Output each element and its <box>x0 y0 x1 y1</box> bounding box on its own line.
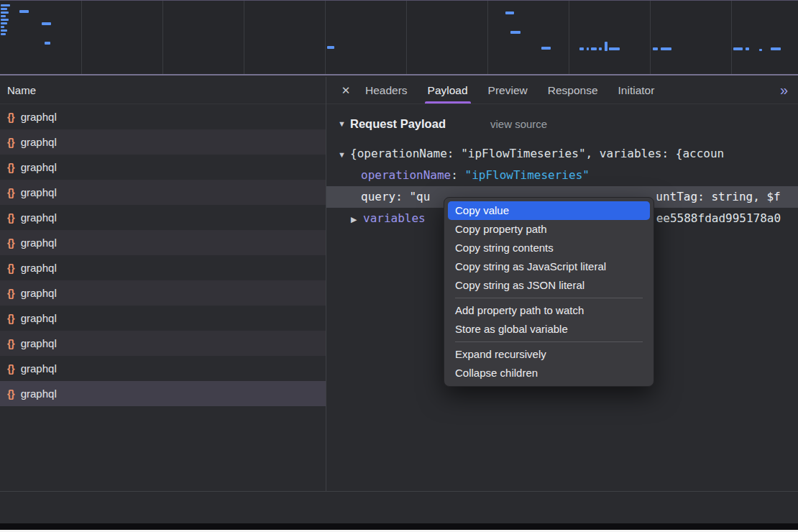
detail-tabbar: ✕ HeadersPayloadPreviewResponseInitiator… <box>326 77 798 104</box>
more-tabs-icon[interactable]: » <box>780 82 798 98</box>
context-menu: Copy valueCopy property pathCopy string … <box>444 197 654 387</box>
section-title: Request Payload <box>350 117 446 131</box>
request-row[interactable]: {}graphql <box>0 331 326 356</box>
request-name: graphql <box>21 237 57 249</box>
grid-line <box>162 1 163 74</box>
network-activity-bar <box>1 22 7 24</box>
request-name: graphql <box>21 337 57 349</box>
window-bottom-bar <box>0 523 798 530</box>
network-activity-bar <box>587 47 589 50</box>
expanded-arrow-icon[interactable]: ▼ <box>338 144 350 165</box>
payload-text: : <box>451 168 464 182</box>
request-row[interactable]: {}graphql <box>0 356 326 381</box>
request-name: graphql <box>21 186 57 198</box>
payload-text: {operationName: "ipFlowTimeseries", vari… <box>350 147 724 160</box>
menu-item[interactable]: Copy property path <box>448 220 650 239</box>
network-activity-bar <box>609 47 620 50</box>
request-row[interactable]: {}graphql <box>0 155 326 180</box>
json-icon: {} <box>7 161 14 173</box>
network-activity-bar <box>1 8 7 10</box>
network-activity-bar <box>1 33 6 35</box>
request-name: graphql <box>21 111 57 123</box>
requests-panel: Name {}graphql{}graphql{}graphql{}graphq… <box>0 77 326 491</box>
network-activity-bar <box>771 47 781 50</box>
tab-payload[interactable]: Payload <box>418 77 478 104</box>
request-name: graphql <box>21 362 57 375</box>
grid-line <box>244 1 244 74</box>
menu-item[interactable]: Store as global variable <box>448 320 650 339</box>
section-expand-icon[interactable]: ▼ <box>338 119 350 128</box>
json-icon: {} <box>7 337 14 349</box>
payload-text: untTag: string, $f <box>656 190 780 203</box>
menu-separator <box>455 298 643 298</box>
network-activity-bar <box>599 47 602 50</box>
request-row[interactable]: {}graphql <box>0 205 326 230</box>
network-activity-bar <box>605 42 607 51</box>
json-icon: {} <box>7 387 14 400</box>
network-activity-bar <box>541 47 551 50</box>
payload-text: ee5588fdad995178a0 <box>656 211 781 225</box>
json-icon: {} <box>7 262 14 274</box>
request-name: graphql <box>21 287 57 299</box>
request-payload-section-header: ▼ Request Payload view source <box>338 114 798 133</box>
grid-line <box>406 1 407 74</box>
network-activity-bar <box>510 31 520 34</box>
request-row[interactable]: {}graphql <box>0 306 326 331</box>
menu-item[interactable]: Add property path to watch <box>448 301 650 320</box>
request-row[interactable]: {}graphql <box>0 230 326 255</box>
request-row[interactable]: {}graphql <box>0 180 326 205</box>
close-icon[interactable]: ✕ <box>336 84 355 97</box>
tab-headers[interactable]: Headers <box>355 77 418 104</box>
payload-text: operationName <box>361 168 451 182</box>
payload-tree-row[interactable]: ▼{operationName: "ipFlowTimeseries", var… <box>326 143 798 165</box>
network-activity-bar <box>19 10 29 13</box>
menu-item[interactable]: Copy value <box>448 201 650 220</box>
tab-strip: HeadersPayloadPreviewResponseInitiator <box>355 77 664 104</box>
grid-line <box>731 1 732 74</box>
tab-initiator[interactable]: Initiator <box>608 77 665 104</box>
payload-text: query: "qu <box>361 190 430 203</box>
collapsed-arrow-icon[interactable]: ▶ <box>351 208 363 229</box>
request-row[interactable]: {}graphql <box>0 129 326 155</box>
name-column-header[interactable]: Name <box>0 77 326 104</box>
menu-item[interactable]: Expand recursively <box>448 345 650 364</box>
json-icon: {} <box>7 186 14 198</box>
request-name: graphql <box>21 312 57 324</box>
network-overview-timeline[interactable] <box>0 0 798 75</box>
grid-line <box>487 1 488 74</box>
request-row[interactable]: {}graphql <box>0 255 326 280</box>
menu-item[interactable]: Copy string as JavaScript literal <box>448 257 650 276</box>
payload-text: variables <box>363 211 426 225</box>
network-activity-bar <box>653 47 658 50</box>
network-activity-bar <box>1 29 7 32</box>
request-row[interactable]: {}graphql <box>0 280 326 306</box>
network-activity-bar <box>733 47 743 50</box>
json-icon: {} <box>7 111 14 123</box>
grid-line <box>81 1 82 74</box>
request-name: graphql <box>21 262 57 274</box>
payload-tree-row[interactable]: operationName: "ipFlowTimeseries" <box>326 165 798 186</box>
network-activity-bar <box>1 19 9 21</box>
grid-line <box>650 1 651 74</box>
network-activity-bar <box>327 46 334 49</box>
tab-preview[interactable]: Preview <box>478 77 538 104</box>
menu-item[interactable]: Copy string contents <box>448 239 650 257</box>
request-row[interactable]: {}graphql <box>0 381 326 406</box>
network-activity-bar <box>45 42 50 45</box>
request-row[interactable]: {}graphql <box>0 104 326 129</box>
json-icon: {} <box>7 287 14 299</box>
devtools-window: Name {}graphql{}graphql{}graphql{}graphq… <box>0 0 798 532</box>
menu-item[interactable]: Copy string as JSON literal <box>448 276 650 295</box>
request-name: graphql <box>21 136 57 148</box>
network-activity-bar <box>579 47 584 50</box>
network-activity-bar <box>1 26 4 28</box>
network-activity-bar <box>661 47 671 50</box>
json-icon: {} <box>7 237 14 249</box>
network-activity-bar <box>759 49 762 51</box>
request-name: graphql <box>21 387 57 400</box>
network-activity-bar <box>746 47 749 50</box>
view-source-link[interactable]: view source <box>490 118 547 130</box>
payload-text: "ipFlowTimeseries" <box>465 168 590 182</box>
menu-item[interactable]: Collapse children <box>448 364 650 382</box>
tab-response[interactable]: Response <box>538 77 608 104</box>
